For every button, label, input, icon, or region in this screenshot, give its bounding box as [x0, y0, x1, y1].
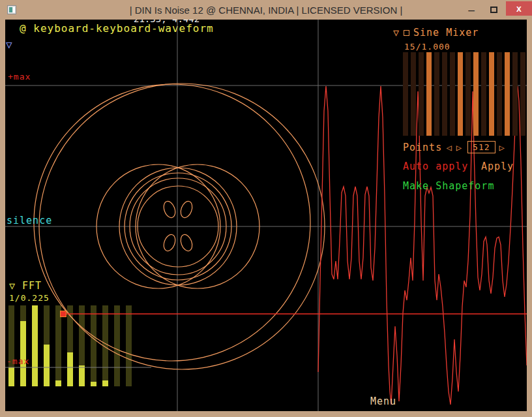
fft-level-marker[interactable]	[60, 311, 66, 317]
synth-canvas[interactable]: 21.33, 4.442 @ keyboard-keyboard-wavefor…	[5, 20, 527, 411]
sine-mixer-square-icon[interactable]	[404, 30, 409, 36]
sine-mixer-bar[interactable]	[489, 52, 494, 136]
sine-mixer-bar[interactable]	[458, 52, 463, 136]
sine-mixer-bar[interactable]	[497, 52, 502, 136]
fft-collapse-icon[interactable]: ▽	[9, 280, 16, 292]
sine-mixer-header[interactable]: ▽Sine Mixer	[393, 27, 479, 39]
sine-mixer-title: Sine Mixer	[413, 27, 479, 39]
apply-button[interactable]: Apply	[481, 161, 514, 172]
close-button[interactable]: x	[506, 1, 532, 16]
points-decrement-icon[interactable]: ◁	[446, 142, 452, 153]
sine-mixer-bar[interactable]	[450, 52, 455, 136]
sine-mixer-bar[interactable]	[481, 52, 486, 136]
points-value-box[interactable]: 512	[467, 141, 495, 153]
app-icon-pane	[13, 7, 15, 12]
app-icon-pane	[9, 7, 12, 12]
plus-max-label: +max	[8, 72, 31, 82]
sine-mixer-bar[interactable]	[466, 52, 471, 136]
sine-mixer-bar[interactable]	[520, 52, 525, 136]
maximize-button[interactable]	[482, 0, 505, 20]
fft-header[interactable]: ▽ FFT	[9, 280, 42, 292]
auto-apply-button[interactable]: Auto apply	[403, 161, 468, 172]
fft-title: FFT	[22, 280, 42, 292]
points-spinner-icon[interactable]: ▷	[499, 142, 505, 153]
sine-mixer-bar[interactable]	[442, 52, 447, 136]
sine-mixer-bar[interactable]	[434, 52, 439, 136]
minimize-button[interactable]: –	[460, 0, 482, 20]
sine-mixer-bar[interactable]	[419, 52, 424, 136]
make-shapeform-button[interactable]: Make Shapeform	[403, 180, 494, 192]
sine-mixer-bar[interactable]	[403, 52, 408, 136]
window-title: | DIN Is Noise 12 @ CHENNAI, INDIA | LIC…	[130, 5, 403, 16]
minus-max-label: -max	[7, 356, 29, 366]
menu-button[interactable]: Menu	[370, 395, 396, 407]
sine-mixer-scale: 15/1.000	[404, 42, 451, 52]
points-label: Points	[403, 142, 442, 153]
sine-mixer-collapse-icon[interactable]: ▽	[393, 27, 400, 39]
sine-mixer-harmonic-bars[interactable]	[403, 52, 527, 136]
sine-mixer-bar[interactable]	[411, 52, 416, 136]
sine-mixer-bar[interactable]	[473, 52, 479, 136]
silence-label: silence	[7, 215, 52, 226]
title-bar[interactable]: | DIN Is Noise 12 @ CHENNAI, INDIA | LIC…	[0, 0, 532, 20]
sine-mixer-bar[interactable]	[505, 52, 510, 136]
app-window: 21.33, 4.442 @ keyboard-keyboard-wavefor…	[0, 0, 532, 417]
sine-mixer-bar[interactable]	[426, 52, 432, 136]
fft-scale: 1/0.225	[9, 293, 50, 303]
points-increment-icon[interactable]: ▷	[456, 142, 462, 153]
sine-mixer-bar[interactable]	[512, 52, 518, 136]
app-icon[interactable]	[7, 5, 16, 14]
points-control: Points ◁ ▷ 512 ▷	[403, 141, 505, 153]
maximize-icon	[490, 7, 497, 13]
